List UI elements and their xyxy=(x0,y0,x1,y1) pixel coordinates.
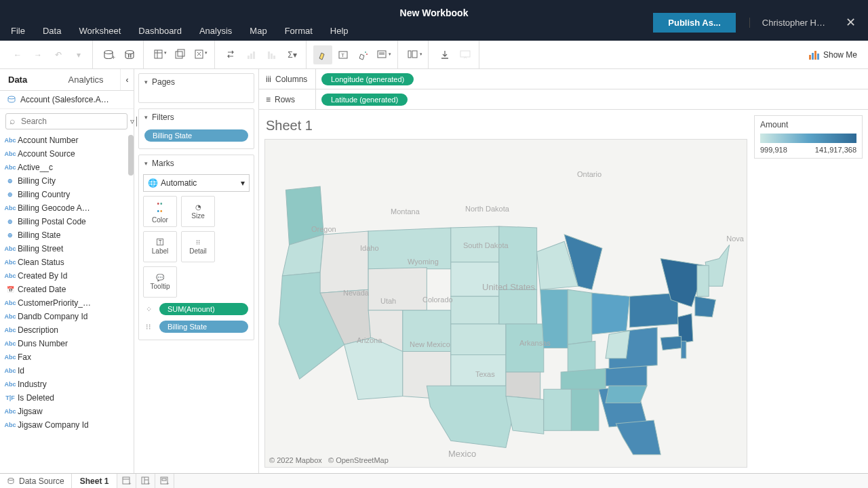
field-item[interactable]: AbcAccount Source xyxy=(0,147,134,161)
present-icon[interactable] xyxy=(456,45,475,64)
field-item[interactable]: T|FIs Deleted xyxy=(0,391,134,405)
legend-gradient xyxy=(760,134,856,143)
field-item[interactable]: AbcId xyxy=(0,364,134,378)
columns-pill-longitude[interactable]: Longitude (generated) xyxy=(321,73,414,85)
field-item[interactable]: ⊕Billing Postal Code xyxy=(0,215,134,228)
mark-size-button[interactable]: ◔Size xyxy=(181,196,215,227)
map-view[interactable]: Ontario United States Mexico Idaho Wyomi… xyxy=(264,139,747,468)
new-datasource-icon[interactable]: + xyxy=(100,45,119,64)
field-item[interactable]: ⊕Billing State xyxy=(0,228,134,242)
field-item[interactable]: AbcCustomerPriority_… xyxy=(0,296,134,310)
undo-icon[interactable]: ↶ xyxy=(49,45,68,64)
field-item[interactable]: AbcActive__c xyxy=(0,161,134,174)
sort-desc-icon[interactable] xyxy=(262,45,281,64)
back-icon[interactable]: ← xyxy=(8,45,27,64)
label-icon: 🅃 xyxy=(157,239,163,246)
data-pane: Data Analytics ‹ Account (Salesforce.A… … xyxy=(0,69,134,473)
sheet-tab-1[interactable]: Sheet 1 xyxy=(72,474,118,488)
field-item[interactable]: AbcIndustry xyxy=(0,378,134,391)
filter-pill-billing-state[interactable]: Billing State xyxy=(144,129,248,142)
menu-file[interactable]: File xyxy=(3,22,33,40)
field-type-icon: Abc xyxy=(4,327,16,333)
svg-text:▾: ▾ xyxy=(389,52,391,56)
highlight-icon[interactable] xyxy=(313,45,332,64)
sort-asc-icon[interactable] xyxy=(242,45,261,64)
labels-icon[interactable]: T xyxy=(334,45,353,64)
field-item[interactable]: AbcBilling Geocode A… xyxy=(0,201,134,215)
datasource-tab[interactable]: Data Source xyxy=(0,474,72,488)
mark-tooltip-button[interactable]: 💬Tooltip xyxy=(143,266,177,298)
legend-card[interactable]: Amount 999,918 141,917,368 xyxy=(754,115,863,159)
close-icon[interactable]: ✕ xyxy=(839,12,863,33)
pages-card[interactable]: ▾Pages xyxy=(138,73,254,103)
menu-format[interactable]: Format xyxy=(277,22,321,40)
field-item[interactable]: AbcDuns Number xyxy=(0,337,134,350)
svg-point-35 xyxy=(8,96,15,99)
color-icon[interactable]: ⁘ xyxy=(143,305,154,314)
field-item[interactable]: AbcDandb Company Id xyxy=(0,310,134,323)
chevron-down-icon: ▾ xyxy=(241,178,245,188)
field-item[interactable]: AbcJigsaw Company Id xyxy=(0,418,134,432)
tab-analytics[interactable]: Analytics xyxy=(60,69,121,90)
field-item[interactable]: AbcClean Status xyxy=(0,256,134,269)
filters-card[interactable]: ▾Filters Billing State xyxy=(138,108,254,149)
field-list[interactable]: AbcAccount NumberAbcAccount SourceAbcAct… xyxy=(0,134,134,473)
menu-dashboard[interactable]: Dashboard xyxy=(130,22,190,40)
redo-dropdown-icon[interactable]: ▾ xyxy=(69,45,88,64)
rows-shelf[interactable]: ≡Rows Latitude (generated) xyxy=(259,89,868,110)
field-item[interactable]: AbcFax xyxy=(0,350,134,364)
new-worksheet-icon[interactable]: ▾ xyxy=(151,45,170,64)
detail-icon[interactable]: ⁝⁝ xyxy=(143,323,154,331)
field-item[interactable]: AbcDescription xyxy=(0,323,134,337)
mark-detail-button[interactable]: ⁝⁝Detail xyxy=(181,231,215,262)
field-item[interactable]: AbcAccount Number xyxy=(0,134,134,147)
mark-pill-sum-amount[interactable]: SUM(Amount) xyxy=(159,303,248,315)
rows-pill-latitude[interactable]: Latitude (generated) xyxy=(321,94,408,106)
field-item[interactable]: ⊕Billing City xyxy=(0,174,134,188)
menu-analysis[interactable]: Analysis xyxy=(191,22,240,40)
cards-dropdown-icon[interactable]: ▾ xyxy=(405,45,424,64)
show-me-button[interactable]: Show Me xyxy=(808,49,864,60)
totals-icon[interactable]: Σ▾ xyxy=(283,45,302,64)
tab-data[interactable]: Data xyxy=(0,69,60,90)
field-item[interactable]: AbcCreated By Id xyxy=(0,269,134,283)
new-worksheet-tab[interactable]: + xyxy=(117,474,136,488)
field-item[interactable]: AbcJigsaw xyxy=(0,405,134,418)
columns-shelf[interactable]: iiiColumns Longitude (generated) xyxy=(259,69,868,89)
svg-text:+: + xyxy=(166,481,170,486)
svg-marker-62 xyxy=(568,289,592,344)
marks-card[interactable]: ▾Marks 🌐Automatic ▾ ••••Color ◔Size 🅃Lab… xyxy=(138,155,254,340)
format-pen-icon[interactable] xyxy=(354,45,373,64)
field-type-icon: Abc xyxy=(4,164,16,171)
duplicate-icon[interactable] xyxy=(171,45,190,64)
forward-icon[interactable]: → xyxy=(28,45,47,64)
search-input[interactable] xyxy=(5,113,127,129)
user-name[interactable]: Christopher H… xyxy=(749,18,831,28)
sheet-title[interactable]: Sheet 1 xyxy=(264,115,747,139)
field-item[interactable]: 📅Created Date xyxy=(0,283,134,296)
menu-map[interactable]: Map xyxy=(241,22,275,40)
menu-worksheet[interactable]: Worksheet xyxy=(71,22,129,40)
svg-marker-73 xyxy=(606,331,630,359)
field-item[interactable]: ⊕Billing Country xyxy=(0,188,134,201)
download-icon[interactable] xyxy=(435,45,454,64)
marks-type-select[interactable]: 🌐Automatic ▾ xyxy=(143,174,250,192)
fit-dropdown-icon[interactable]: ▾ xyxy=(374,45,393,64)
svg-point-82 xyxy=(8,478,14,480)
swap-icon[interactable] xyxy=(222,45,241,64)
datasource-item[interactable]: Account (Salesforce.A… xyxy=(0,91,134,109)
mark-label-button[interactable]: 🅃Label xyxy=(143,231,177,262)
menu-help[interactable]: Help xyxy=(322,22,357,40)
clear-icon[interactable]: ▾ xyxy=(191,45,210,64)
bg-label: New Mexico xyxy=(410,340,450,348)
field-item[interactable]: AbcBilling Street xyxy=(0,242,134,256)
chevron-down-icon: ▾ xyxy=(144,79,148,85)
menu-data[interactable]: Data xyxy=(35,22,69,40)
publish-button[interactable]: Publish As... xyxy=(653,13,736,33)
mark-color-button[interactable]: ••••Color xyxy=(143,196,177,227)
collapse-icon[interactable]: ‹ xyxy=(120,69,134,90)
mark-pill-billing-state[interactable]: Billing State xyxy=(159,321,248,333)
pause-autoupdate-icon[interactable] xyxy=(120,45,139,64)
new-story-tab[interactable]: + xyxy=(155,474,174,488)
new-dashboard-tab[interactable]: + xyxy=(136,474,155,488)
